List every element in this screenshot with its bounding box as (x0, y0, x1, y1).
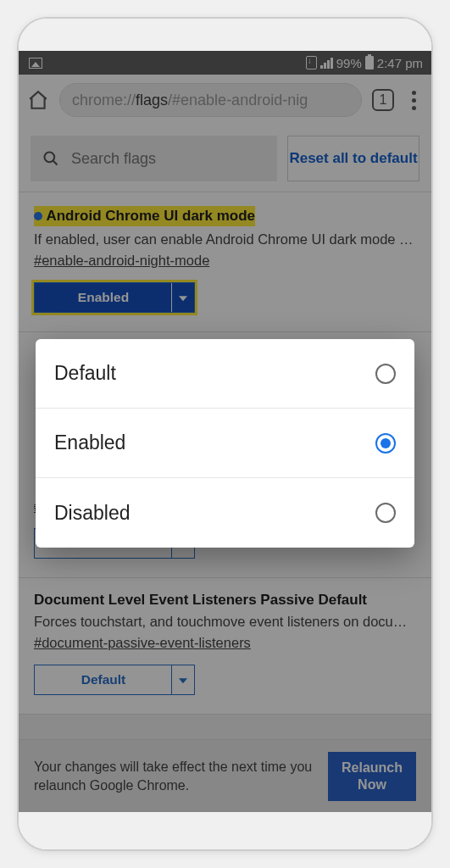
bezel-bottom (19, 812, 431, 849)
select-dialog: Default Enabled Disabled (36, 339, 414, 548)
select-option-disabled[interactable]: Disabled (36, 478, 414, 548)
select-option-default[interactable]: Default (36, 339, 414, 409)
select-option-enabled[interactable]: Enabled (36, 409, 414, 478)
radio-icon (375, 364, 396, 384)
radio-checked-icon (375, 433, 396, 453)
option-label: Disabled (54, 502, 131, 525)
option-label: Enabled (54, 431, 125, 454)
bezel-top (19, 19, 431, 51)
device-frame: 99% 2:47 pm chrome://flags/#enable-andro… (17, 17, 433, 851)
option-label: Default (54, 362, 116, 385)
radio-icon (375, 503, 396, 523)
